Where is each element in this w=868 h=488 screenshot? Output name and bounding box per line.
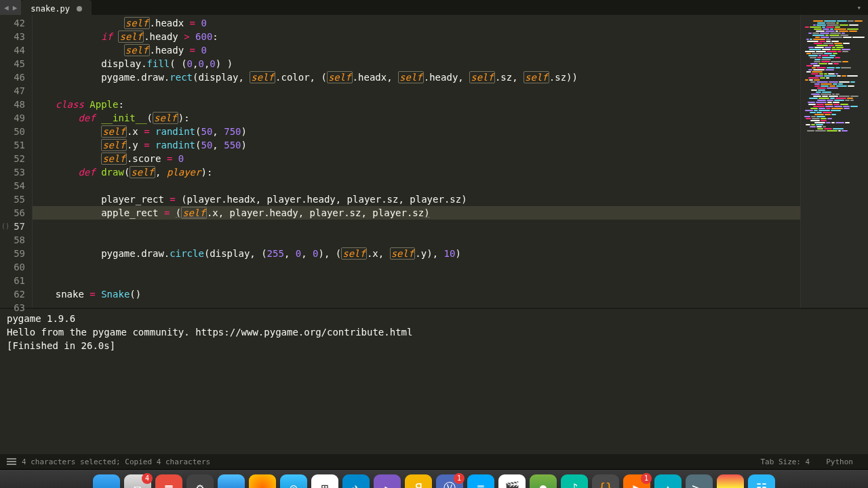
code-line[interactable]: pygame.draw.rect(display, self.color, (s… <box>33 70 800 84</box>
dock-app-icon[interactable]: >_ <box>686 474 713 489</box>
code-line[interactable] <box>33 220 800 233</box>
line-number: 45 <box>0 57 25 70</box>
code-line[interactable]: pygame.draw.circle(display, (255, 0, 0),… <box>33 247 800 260</box>
dock-app-icon[interactable]: Я <box>405 474 432 489</box>
line-number: 63 <box>0 301 25 314</box>
line-number: 54 <box>0 179 25 192</box>
dock-badge: 1 <box>454 473 465 484</box>
dock-app-icon[interactable]: Ⓥ1 <box>436 474 463 489</box>
macos-dock: ✉4▦ДЕК⚙☁◎⊞✈▸ЯⓋ1≡🎬●♪{}▶1✦>_☷ <box>0 469 868 488</box>
code-line[interactable]: self.y = randint(50, 550) <box>33 138 800 152</box>
line-number: 46 <box>0 70 25 84</box>
line-number: 42 <box>0 16 25 30</box>
line-number: 50 <box>0 125 25 138</box>
dock-app-icon[interactable]: ⚙ <box>186 474 214 489</box>
dock-app-icon[interactable]: ≡ <box>467 474 494 489</box>
line-number: 52 <box>0 152 25 165</box>
dock-app-icon[interactable]: ▸ <box>374 474 401 489</box>
dock-app-icon[interactable]: ♪ <box>561 474 588 489</box>
tab-dirty-indicator-icon <box>77 6 82 12</box>
line-number: 62 <box>0 287 25 301</box>
code-line[interactable] <box>33 260 800 274</box>
code-line[interactable]: def draw(self, player): <box>33 165 800 179</box>
output-line: pygame 1.9.6 <box>7 312 861 325</box>
line-number: 44 <box>0 43 25 57</box>
code-line[interactable]: self.heady = 0 <box>33 43 800 57</box>
dock-app-icon[interactable]: ✦ <box>654 474 682 489</box>
dock-app-icon[interactable] <box>93 474 120 489</box>
dock-app-icon[interactable]: 🎬 <box>498 474 526 489</box>
line-number: 57 <box>0 220 25 233</box>
code-line[interactable]: self.score = 0 <box>33 152 800 165</box>
code-line[interactable]: display.fill( (0,0,0) ) <box>33 57 800 70</box>
dock-app-icon[interactable] <box>717 474 744 489</box>
output-line: [Finished in 26.0s] <box>7 339 861 352</box>
code-line[interactable] <box>33 179 800 192</box>
dock-app-icon[interactable]: ☁ <box>218 474 245 489</box>
line-number: 43 <box>0 30 25 43</box>
nav-forward-icon[interactable]: ▶ <box>12 2 19 14</box>
minimap[interactable] <box>800 15 868 308</box>
status-bar: 4 characters selected; Copied 4 characte… <box>0 454 868 469</box>
dock-app-icon[interactable]: ▦ДЕК <box>155 474 182 489</box>
gutter-line-numbers: 4243444546474849505152535455565758596061… <box>0 15 33 308</box>
code-editor[interactable]: self.headx = 0 if self.heady > 600: self… <box>33 15 800 308</box>
code-line[interactable] <box>33 274 800 287</box>
dock-app-icon[interactable]: ◎ <box>280 474 307 489</box>
code-line[interactable]: if self.heady > 600: <box>33 30 800 43</box>
tab-filename: snake.py <box>31 4 70 14</box>
code-line[interactable]: snake = Snake() <box>33 287 800 301</box>
line-number: 55 <box>0 192 25 206</box>
dock-badge: 1 <box>641 473 652 484</box>
line-number: 47 <box>0 84 25 98</box>
code-line[interactable] <box>33 84 800 98</box>
dock-badge: 4 <box>142 473 153 484</box>
line-number: 56 <box>0 206 25 220</box>
nav-back-icon[interactable]: ◀ <box>3 2 10 14</box>
line-number: 59 <box>0 247 25 260</box>
dock-app-icon[interactable]: {} <box>592 474 619 489</box>
status-selection-info: 4 characters selected; Copied 4 characte… <box>22 458 210 466</box>
dock-app-icon[interactable]: ▶1 <box>623 474 650 489</box>
code-line[interactable]: player_rect = (player.headx, player.head… <box>33 192 800 206</box>
output-line: Hello from the pygame community. https:/… <box>7 325 861 339</box>
dock-app-icon[interactable]: ☷ <box>748 474 775 489</box>
code-line[interactable]: class Apple: <box>33 98 800 111</box>
code-line[interactable]: self.x = randint(50, 750) <box>33 125 800 138</box>
dock-app-icon[interactable]: ● <box>530 474 557 489</box>
line-number: 60 <box>0 260 25 274</box>
dock-app-icon[interactable] <box>249 474 276 489</box>
line-number: 48 <box>0 98 25 111</box>
status-menu-icon[interactable] <box>7 458 16 465</box>
build-output-panel[interactable]: pygame 1.9.6Hello from the pygame commun… <box>0 308 868 454</box>
dock-app-icon[interactable]: ✉4 <box>124 474 151 489</box>
line-number: 51 <box>0 138 25 152</box>
status-tab-size[interactable]: Tab Size: 4 <box>752 458 818 466</box>
line-number: 49 <box>0 111 25 125</box>
code-line[interactable]: apple_rect = (self.x, player.heady, play… <box>33 206 800 220</box>
code-line[interactable]: def __init__(self): <box>33 111 800 125</box>
status-syntax[interactable]: Python <box>818 458 861 466</box>
code-line[interactable]: self.headx = 0 <box>33 16 800 30</box>
dock-app-icon[interactable]: ⊞ <box>311 474 338 489</box>
dock-app-icon[interactable]: ✈ <box>342 474 370 489</box>
line-number: 61 <box>0 274 25 287</box>
line-number: 53 <box>0 165 25 179</box>
code-line[interactable] <box>33 233 800 247</box>
window-title-bar: ◀ ▶ snake.py ▾ <box>0 0 868 15</box>
line-number: 58 <box>0 233 25 247</box>
